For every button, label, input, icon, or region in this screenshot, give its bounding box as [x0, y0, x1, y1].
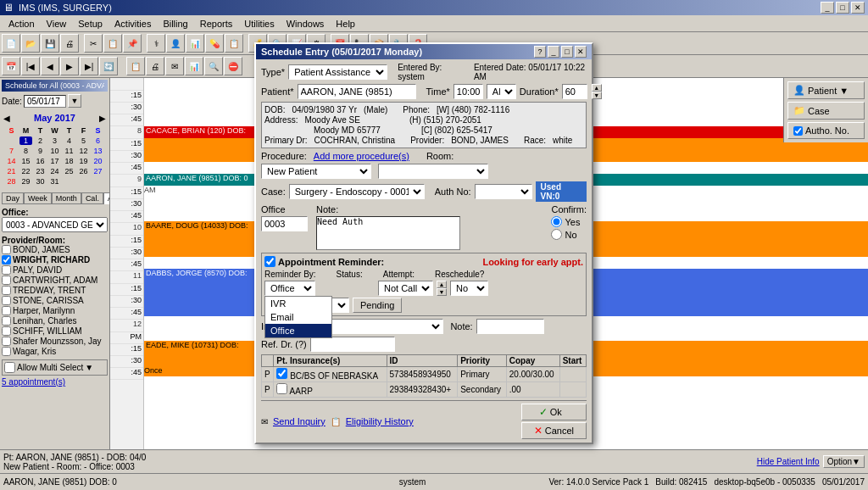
date-input[interactable] — [24, 95, 66, 108]
ok-button[interactable]: ✓ Ok — [521, 404, 587, 420]
cal-day-16[interactable]: 16 — [34, 157, 47, 165]
provider-tredway-check[interactable] — [2, 286, 11, 295]
tb2-b5[interactable]: ✉ — [165, 57, 184, 75]
provider-stone-check[interactable] — [2, 296, 11, 305]
tb2-nav-first[interactable]: |◀ — [21, 57, 40, 75]
cal-day-21[interactable]: 21 — [5, 167, 18, 175]
cal-day-10[interactable]: 10 — [48, 147, 61, 155]
provider-bond-check[interactable] — [2, 245, 11, 254]
dialog-help-btn[interactable]: ? — [534, 46, 546, 58]
ampm-select[interactable]: AMPM — [487, 84, 516, 99]
eligibility-btn[interactable]: Eligibility History — [346, 416, 414, 426]
dialog-close-btn[interactable]: ✕ — [575, 46, 587, 58]
tab-all[interactable]: All — [103, 192, 110, 204]
cal-day-12[interactable]: 12 — [77, 147, 90, 155]
provider-wagar-check[interactable] — [2, 347, 11, 356]
provider-shafer[interactable]: Shafer Mounzsson, Jay — [2, 337, 108, 346]
reschedule-select[interactable]: No — [450, 281, 488, 296]
attempt-down[interactable]: ▼ — [437, 288, 447, 296]
tb-cut[interactable]: ✂ — [84, 34, 103, 53]
auth-no-select[interactable] — [475, 184, 532, 199]
cal-day-26[interactable]: 26 — [77, 167, 90, 175]
cal-day-2[interactable]: 2 — [34, 136, 47, 145]
cal-day-4[interactable]: 4 — [63, 136, 75, 145]
reminder-by-select[interactable]: Office IVR Email — [264, 281, 315, 296]
reminder-office[interactable]: Office — [265, 324, 331, 337]
attempt-up[interactable]: ▲ — [437, 281, 447, 288]
provider-bond[interactable]: BOND, JAMES — [2, 245, 108, 254]
provider-schiff[interactable]: SCHIFF, WILLIAM — [2, 326, 108, 336]
cal-day[interactable] — [5, 136, 18, 145]
provider-cartwright[interactable]: CARTWRIGHT, ADAM — [2, 276, 108, 285]
cal-day-22[interactable]: 22 — [19, 167, 32, 175]
menu-help[interactable]: Help — [331, 18, 360, 30]
tb2-nav-last[interactable]: ▶| — [80, 57, 98, 75]
case-select[interactable]: Surgery - Endoscopy - 0001 - 0 — [289, 184, 425, 199]
cal-day-30[interactable]: 30 — [34, 177, 47, 186]
cal-day-27[interactable]: 27 — [92, 167, 104, 175]
note-textarea[interactable]: Need Auth — [316, 216, 460, 250]
procedure-select[interactable]: New Patient — [261, 164, 371, 179]
confirm-yes-radio[interactable] — [551, 216, 562, 227]
cal-day-24[interactable]: 24 — [48, 167, 61, 175]
cal-day-1[interactable]: 1 — [19, 136, 32, 145]
cal-day-31[interactable]: 31 — [48, 177, 61, 186]
tab-day[interactable]: Day — [2, 192, 24, 204]
tb2-b3[interactable]: 📋 — [126, 57, 145, 75]
cal-day-17[interactable]: 17 — [48, 157, 61, 165]
cal-day-20[interactable]: 20 — [92, 157, 104, 165]
tb2-nav-next[interactable]: ▶ — [60, 57, 79, 75]
ins-row2-check[interactable] — [276, 383, 287, 394]
tb2-b8[interactable]: ⛔ — [224, 57, 242, 75]
ins-row1-check[interactable] — [276, 368, 287, 379]
duration-input[interactable] — [562, 84, 587, 99]
menu-reports[interactable]: Reports — [195, 18, 238, 30]
tb-save[interactable]: 💾 — [41, 34, 59, 53]
appointments-count[interactable]: 5 appointment(s) — [2, 377, 108, 387]
duration-down[interactable]: ▼ — [592, 92, 602, 99]
ins-row-2[interactable]: P AARP 293849328430+ Secondary .00 — [262, 382, 587, 398]
cal-day-9[interactable]: 9 — [34, 147, 47, 155]
tb-copy[interactable]: 📋 — [103, 34, 122, 53]
cal-prev[interactable]: ◀ — [3, 114, 10, 123]
provider-paly-check[interactable] — [2, 265, 11, 275]
case-btn[interactable]: 📁 Case — [787, 102, 865, 120]
cal-day-15[interactable]: 15 — [19, 157, 32, 165]
cal-day-23[interactable]: 23 — [34, 167, 47, 175]
menu-billing[interactable]: Billing — [158, 18, 192, 30]
tb-new[interactable]: 📄 — [2, 34, 20, 53]
provider-stone[interactable]: STONE, CARISSA — [2, 296, 108, 305]
reminder-ivr[interactable]: IVR — [265, 297, 331, 310]
note2-input[interactable] — [476, 319, 544, 334]
dialog-maximize[interactable]: □ — [561, 46, 573, 58]
cal-day-28[interactable]: 28 — [5, 177, 18, 186]
cal-day-19[interactable]: 19 — [77, 157, 90, 165]
provider-lenihan[interactable]: Lenihan, Charles — [2, 316, 108, 326]
appt-reminder-check[interactable] — [264, 256, 275, 267]
tab-week[interactable]: Week — [24, 192, 52, 204]
cal-next[interactable]: ▶ — [99, 114, 106, 123]
dialog-minimize[interactable]: _ — [548, 46, 559, 58]
provider-lenihan-check[interactable] — [2, 316, 11, 326]
time-input[interactable] — [453, 84, 483, 99]
pending-button[interactable]: Pending — [353, 298, 402, 313]
menu-windows[interactable]: Windows — [281, 18, 330, 30]
send-inquiry-btn[interactable]: Send Inquiry — [273, 416, 326, 426]
hide-patient-info-btn[interactable]: Hide Patient Info — [757, 457, 820, 466]
menu-utilities[interactable]: Utilities — [239, 18, 279, 30]
provider-harper-check[interactable] — [2, 306, 11, 315]
provider-wright[interactable]: WRIGHT, RICHARD — [2, 255, 108, 264]
minimize-btn[interactable]: _ — [821, 2, 834, 14]
autho-check[interactable] — [793, 126, 803, 136]
cal-day-7[interactable]: 7 — [5, 147, 18, 155]
autho-btn[interactable]: Autho. No. — [787, 122, 865, 139]
cal-day-8[interactable]: 8 — [19, 147, 32, 155]
provider-wright-check[interactable] — [2, 255, 11, 264]
cancel-button[interactable]: ✕ Cancel — [521, 422, 587, 439]
ins-row-1[interactable]: P BC/BS OF NEBRASKA 5738458934950 Primar… — [262, 367, 587, 382]
menu-action[interactable]: Action — [3, 18, 40, 30]
provider-paly[interactable]: PALY, DAVID — [2, 265, 108, 275]
provider-schiff-check[interactable] — [2, 326, 11, 336]
menu-view[interactable]: View — [42, 18, 72, 30]
cal-day-3[interactable]: 3 — [48, 136, 61, 145]
